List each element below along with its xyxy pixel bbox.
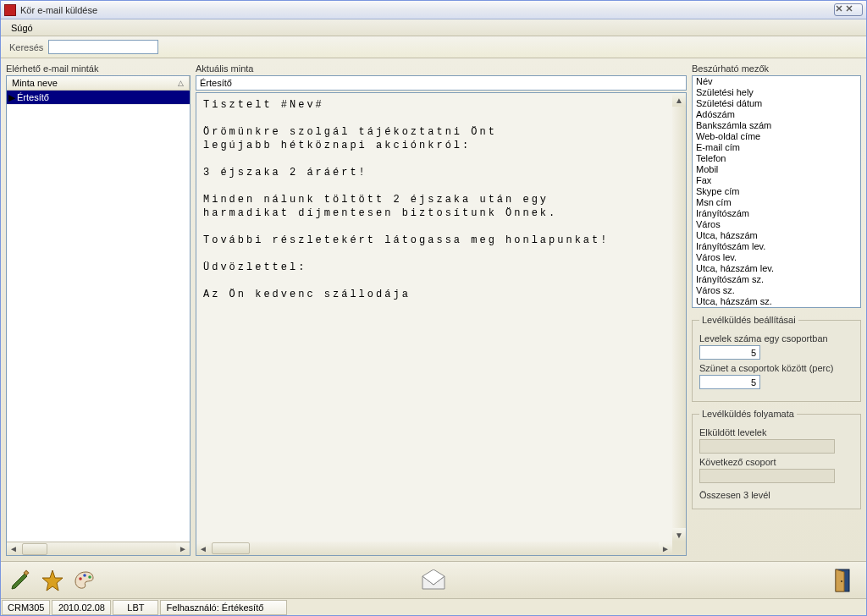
scroll-right-icon[interactable]: ► xyxy=(176,543,190,555)
close-icon xyxy=(835,4,853,12)
statusbar: CRM305 2010.02.08 LBT Felhasználó: Érték… xyxy=(1,598,866,615)
status-user-long: Felhasználó: Értékesítő xyxy=(160,600,287,615)
list-item[interactable]: Fax xyxy=(693,175,860,186)
scroll-left-icon[interactable]: ◄ xyxy=(7,543,20,555)
list-item[interactable]: Telefon xyxy=(693,153,860,164)
next-value xyxy=(699,469,835,483)
templates-grid: Minta neve △ ▶Értesítő ◄ ► xyxy=(6,75,191,556)
right-panel: Beszúrható mezők NévSzületési helySzület… xyxy=(692,63,861,556)
sent-label: Elküldött levelek xyxy=(699,427,853,437)
list-item[interactable]: Utca, házszám xyxy=(693,230,860,241)
toolbar xyxy=(1,561,866,598)
svg-marker-13 xyxy=(836,569,844,591)
fields-title: Beszúrható mezők xyxy=(692,63,861,74)
search-bar: Keresés xyxy=(1,36,866,58)
vscroll-track[interactable] xyxy=(672,107,686,528)
templates-hscroll[interactable]: ◄ ► xyxy=(7,542,190,555)
pause-input[interactable] xyxy=(699,375,760,389)
subject-input[interactable] xyxy=(196,75,687,91)
row-indicator-icon: ▶ xyxy=(8,92,17,103)
door-icon xyxy=(831,568,855,593)
body-wrap: ▲ ▼ ◄ ► xyxy=(196,92,687,556)
list-item[interactable]: Web-oldal címe xyxy=(693,131,860,142)
search-label: Keresés xyxy=(9,42,43,52)
list-item[interactable]: Skype cím xyxy=(693,186,860,197)
list-item[interactable]: Város xyxy=(693,219,860,230)
list-item[interactable]: Utca, házszám lev. xyxy=(693,263,860,274)
next-label: Következő csoport xyxy=(699,457,853,467)
list-item[interactable]: Irányítószám lev. xyxy=(693,241,860,252)
current-title: Aktuális minta xyxy=(196,63,687,74)
body-textarea[interactable] xyxy=(196,93,672,555)
send-button[interactable] xyxy=(419,566,448,595)
svg-marker-4 xyxy=(12,574,27,589)
settings-title: Levélküldés beállításai xyxy=(699,315,798,325)
scroll-up-icon[interactable]: ▲ xyxy=(672,93,686,107)
sort-asc-icon: △ xyxy=(178,79,184,87)
list-item[interactable]: Bankszámla szám xyxy=(693,120,860,131)
svg-point-7 xyxy=(79,577,82,580)
scroll-down-icon[interactable]: ▼ xyxy=(672,528,686,542)
templates-header: Minta neve △ xyxy=(7,76,190,91)
group-count-label: Levelek száma egy csoportban xyxy=(699,333,853,344)
list-item[interactable]: Adószám xyxy=(693,109,860,120)
body-vscroll[interactable]: ▲ ▼ xyxy=(672,93,686,542)
list-item[interactable]: Msn cím xyxy=(693,197,860,208)
titlebar: Kör e-mail küldése xyxy=(1,1,866,19)
list-item[interactable]: Város lev. xyxy=(693,252,860,263)
current-panel: Aktuális minta ▲ ▼ ◄ ► xyxy=(196,63,687,556)
svg-point-8 xyxy=(83,574,86,577)
table-row[interactable]: ▶Értesítő xyxy=(7,91,190,105)
templates-panel: Elérhető e-mail minták Minta neve △ ▶Ért… xyxy=(6,63,191,556)
envelope-icon xyxy=(420,569,447,591)
edit-button[interactable] xyxy=(6,566,35,595)
scroll-left-icon[interactable]: ◄ xyxy=(196,542,210,554)
scroll-corner xyxy=(672,542,686,555)
window-title: Kör e-mail küldése xyxy=(20,5,831,15)
list-item[interactable]: Mobil xyxy=(693,164,860,175)
list-item[interactable]: Születési dátum xyxy=(693,98,860,109)
list-item[interactable]: Név xyxy=(693,76,860,87)
templates-body[interactable]: ▶Értesítő xyxy=(7,91,190,542)
templates-title: Elérhető e-mail minták xyxy=(6,63,191,74)
fields-section: Beszúrható mezők NévSzületési helySzület… xyxy=(692,63,861,308)
hscroll-thumb[interactable] xyxy=(212,542,250,554)
search-input[interactable] xyxy=(48,40,158,54)
scroll-right-icon[interactable]: ► xyxy=(659,542,672,554)
scroll-track[interactable] xyxy=(20,543,176,555)
progress-group: Levélküldés folyamata Elküldött levelek … xyxy=(692,409,861,509)
svg-point-9 xyxy=(88,575,91,579)
templates-column-label: Minta neve xyxy=(12,78,58,88)
app-icon xyxy=(4,4,16,16)
scroll-thumb[interactable] xyxy=(22,543,47,555)
design-button[interactable] xyxy=(70,566,99,595)
exit-button[interactable] xyxy=(829,566,858,595)
status-user-short: LBT xyxy=(113,600,158,615)
menu-help[interactable]: Súgó xyxy=(6,21,38,35)
list-item[interactable]: Utca, házszám sz. xyxy=(693,296,860,307)
list-item[interactable]: E-mail cím xyxy=(693,142,860,153)
status-code: CRM305 xyxy=(2,600,50,615)
close-button[interactable] xyxy=(834,3,863,16)
templates-column-header[interactable]: Minta neve △ xyxy=(7,76,190,90)
svg-point-14 xyxy=(841,580,842,582)
sent-value xyxy=(699,439,835,454)
settings-group: Levélküldés beállításai Levelek száma eg… xyxy=(692,315,861,402)
pencil-icon xyxy=(8,569,32,592)
fields-list[interactable]: NévSzületési helySzületési dátumAdószámB… xyxy=(692,75,861,308)
palette-icon xyxy=(73,569,97,592)
content-area: Elérhető e-mail minták Minta neve △ ▶Ért… xyxy=(1,58,866,561)
list-item[interactable]: Születési hely xyxy=(693,87,860,98)
template-name: Értesítő xyxy=(17,92,49,102)
star-icon xyxy=(41,569,64,592)
body-hscroll[interactable]: ◄ ► xyxy=(196,542,686,555)
list-item[interactable]: Irányítószám xyxy=(693,208,860,219)
list-item[interactable]: Irányítószám sz. xyxy=(693,274,860,285)
group-count-input[interactable] xyxy=(699,345,760,360)
menubar: Súgó xyxy=(1,19,866,36)
window-frame: Kör e-mail küldése Súgó Keresés Elérhető… xyxy=(0,0,867,616)
new-button[interactable] xyxy=(38,566,67,595)
list-item[interactable]: Város sz. xyxy=(693,285,860,296)
hscroll-track[interactable] xyxy=(210,542,659,554)
progress-title: Levélküldés folyamata xyxy=(699,409,797,419)
